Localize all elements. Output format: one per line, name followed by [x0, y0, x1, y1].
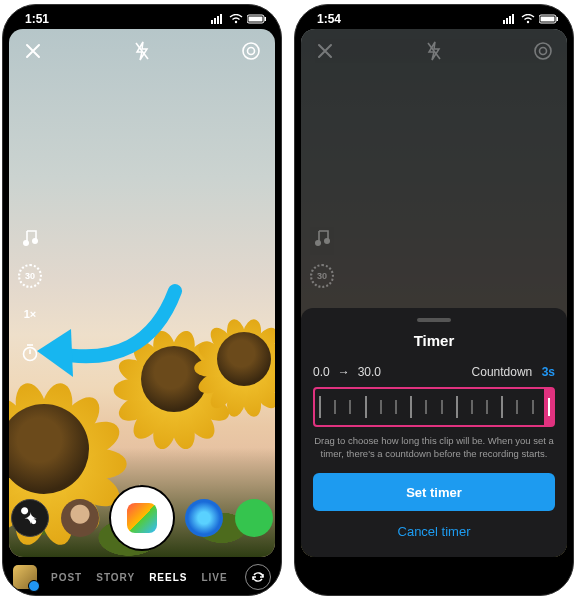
svg-point-24: [540, 48, 547, 55]
settings-icon[interactable]: [237, 37, 265, 65]
status-bar: 1:54: [295, 5, 573, 27]
mode-nav: POST STORY REELS LIVE: [3, 559, 281, 595]
svg-rect-20: [541, 17, 555, 22]
svg-rect-21: [557, 17, 559, 21]
phone-timer-sheet: 1:54 30 1: [294, 4, 574, 596]
filter-chip-1[interactable]: [185, 499, 223, 537]
svg-rect-14: [503, 20, 505, 24]
wifi-icon: [521, 14, 535, 24]
svg-point-9: [243, 43, 259, 59]
svg-rect-17: [512, 14, 514, 24]
range-end: 30.0: [358, 365, 381, 379]
svg-point-25: [315, 240, 321, 246]
svg-rect-0: [211, 20, 213, 24]
clip-length-button: 30: [309, 263, 335, 289]
svg-rect-2: [217, 16, 219, 24]
speed-button[interactable]: 1×: [17, 301, 43, 327]
status-time: 1:51: [25, 12, 49, 26]
mode-post[interactable]: POST: [51, 572, 82, 583]
status-indicators: [503, 14, 559, 24]
svg-rect-1: [214, 18, 216, 24]
svg-point-18: [527, 21, 529, 23]
status-indicators: [211, 14, 267, 24]
range-start: 0.0: [313, 365, 330, 379]
flash-off-icon: [420, 37, 448, 65]
shutter-button[interactable]: [111, 487, 173, 549]
phone-reels-camera: 1:51: [2, 4, 282, 596]
close-icon[interactable]: [19, 37, 47, 65]
top-controls: [311, 37, 557, 65]
settings-icon: [529, 37, 557, 65]
slider-hint: Drag to choose how long this clip will b…: [313, 435, 555, 461]
top-controls: [19, 37, 265, 65]
switch-camera-icon[interactable]: [245, 564, 271, 590]
gallery-thumbnail[interactable]: [13, 565, 37, 589]
svg-rect-15: [506, 18, 508, 24]
svg-rect-3: [220, 14, 222, 24]
filter-chip-2[interactable]: [235, 499, 273, 537]
timer-icon[interactable]: [17, 339, 43, 365]
mode-live[interactable]: LIVE: [201, 572, 227, 583]
countdown-label: Countdown: [472, 365, 533, 379]
svg-point-10: [248, 48, 255, 55]
mode-story[interactable]: STORY: [96, 572, 135, 583]
sheet-title: Timer: [313, 332, 555, 349]
svg-point-23: [535, 43, 551, 59]
camera-viewport: 30 1× ✦₊ ✦: [9, 29, 275, 557]
arrow-right-icon: →: [338, 365, 350, 379]
sunflower: [199, 314, 275, 404]
reels-glyph-icon: [127, 503, 157, 533]
slider-handle[interactable]: [544, 388, 554, 426]
svg-rect-6: [249, 17, 263, 22]
battery-icon: [247, 14, 267, 24]
recent-story-avatar[interactable]: [61, 499, 99, 537]
bottom-dock: ✦: [9, 487, 275, 549]
signal-icon: [503, 14, 517, 24]
svg-point-11: [23, 240, 29, 246]
wifi-icon: [229, 14, 243, 24]
sheet-handle[interactable]: [417, 318, 451, 322]
left-tool-rail: 30 1×: [17, 225, 43, 365]
range-row: 0.0 → 30.0 Countdown 3s: [313, 365, 555, 379]
signal-icon: [211, 14, 225, 24]
mode-reels[interactable]: REELS: [149, 572, 187, 583]
timer-sheet: Timer 0.0 → 30.0 Countdown 3s: [301, 308, 567, 557]
status-time: 1:54: [317, 12, 341, 26]
svg-rect-7: [265, 17, 267, 21]
status-bar: 1:51: [3, 5, 281, 27]
svg-rect-16: [509, 16, 511, 24]
svg-point-26: [324, 238, 330, 244]
svg-point-12: [32, 238, 38, 244]
close-icon: [311, 37, 339, 65]
flash-off-icon[interactable]: [128, 37, 156, 65]
effects-button[interactable]: ✦: [11, 499, 49, 537]
audio-icon[interactable]: [17, 225, 43, 251]
duration-slider[interactable]: [313, 387, 555, 427]
set-timer-button[interactable]: Set timer: [313, 473, 555, 511]
svg-point-4: [235, 21, 237, 23]
countdown-value[interactable]: 3s: [542, 365, 555, 379]
clip-length-button[interactable]: 30: [17, 263, 43, 289]
camera-viewport-dimmed: 30 1× Timer 0.0 → 30.0 Countdown 3s: [301, 29, 567, 557]
audio-icon: [309, 225, 335, 251]
cancel-timer-button[interactable]: Cancel timer: [313, 519, 555, 543]
battery-icon: [539, 14, 559, 24]
